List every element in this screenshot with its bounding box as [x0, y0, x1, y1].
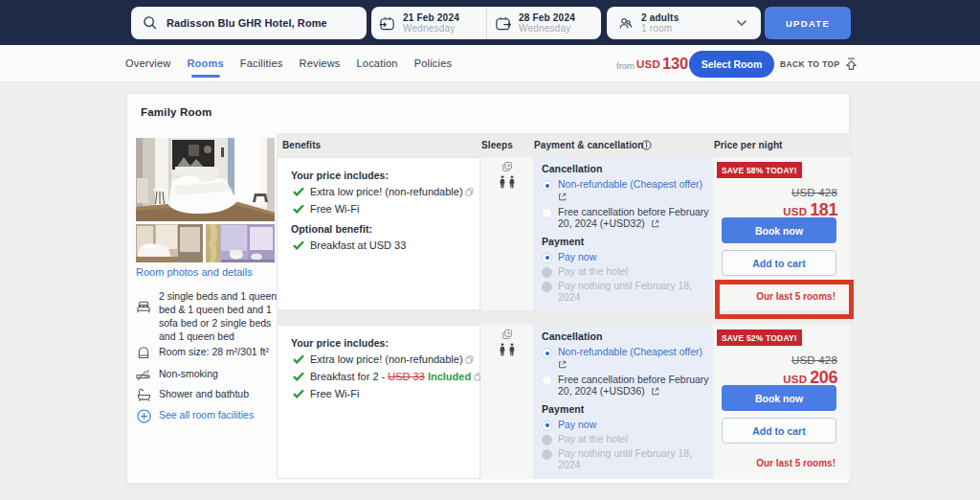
compare-icon[interactable]: [501, 329, 513, 340]
benefits-cell-1: Your price includes: Extra low price! (n…: [277, 157, 480, 310]
external-link-icon: [651, 219, 659, 228]
annotation-highlight-box: [715, 280, 854, 319]
guests-selector[interactable]: 2 adults 1 room: [607, 7, 761, 39]
radio-disabled: [542, 435, 552, 445]
adult-icon: [509, 342, 515, 357]
radio-disabled: [542, 449, 552, 460]
from-label: from: [616, 60, 635, 71]
benefit-item: Extra low price! (non-refundable): [291, 353, 479, 366]
bathtub-icon: [136, 388, 151, 401]
room-card: Family Room Benefits Sleeps Payment & ca…: [126, 93, 850, 484]
pay-option-now[interactable]: Pay now: [542, 252, 711, 263]
select-room-button[interactable]: Select Room: [689, 51, 774, 78]
external-link-icon: [651, 387, 659, 396]
benefit-item: Free Wi-Fi: [291, 203, 479, 216]
radio-disabled: [542, 267, 552, 278]
payment-label: Payment: [542, 403, 711, 415]
radio-selected: [542, 180, 552, 191]
book-now-button-1[interactable]: Book now: [722, 217, 836, 243]
cancel-option-nonrefundable[interactable]: Non-refundable (Cheapest offer): [542, 179, 711, 204]
checkin-weekday: Wednesday: [403, 23, 459, 34]
info-icon: [641, 140, 652, 150]
checkin-calendar-icon: [379, 15, 395, 32]
radio-selected: [542, 253, 552, 263]
guests-rooms: 1 room: [641, 23, 679, 34]
checkout-date: 28 Feb 2024: [519, 12, 575, 24]
fact-size: Room size: 28 m²/301 ft²: [136, 346, 294, 359]
sleeps-cell-1: [480, 157, 534, 310]
checkout-field[interactable]: 28 Feb 2024 Wednesday: [486, 7, 601, 39]
col-sleeps: Sleeps: [481, 140, 513, 150]
back-to-top-label: BACK TO TOP: [780, 59, 840, 69]
search-input[interactable]: Radisson Blu GHR Hotel, Rome: [131, 7, 367, 39]
fact-smoking-text: Non-smoking: [159, 368, 218, 381]
room-photos-link[interactable]: Room photos and details: [136, 266, 253, 278]
radio-disabled: [542, 282, 552, 292]
pay-option-hotel: Pay at the hotel: [542, 266, 711, 278]
radio-unselected: [542, 208, 552, 218]
fact-bath: Shower and bathtub: [136, 388, 294, 401]
no-smoking-icon: [136, 368, 151, 381]
room-photo-thumb-2[interactable]: [206, 224, 275, 262]
rate-table-header: Benefits Sleeps Payment & cancellation P…: [277, 133, 851, 157]
fact-beds-text: 2 single beds and 1 queen bed & 1 queen …: [159, 290, 289, 343]
benefits-cell-2: Your price includes: Extra low price! (n…: [277, 325, 480, 479]
cancel-option-free[interactable]: Free cancellation before February20, 202…: [542, 375, 711, 398]
cancel-option-free[interactable]: Free cancellation before February20, 202…: [542, 207, 711, 230]
optional-label-1: Optional benefit:: [291, 223, 479, 235]
fact-bath-text: Shower and bathtub: [159, 388, 249, 401]
room-size-icon: [136, 346, 151, 359]
price-cell-2: SAVE 52% TODAY! USD 428 USD206 Book now …: [713, 325, 851, 479]
checkin-field[interactable]: 21 Feb 2024 Wednesday: [371, 7, 486, 39]
benefit-item: Breakfast at USD 33: [291, 239, 479, 252]
radio-selected: [542, 420, 552, 431]
plus-circle-icon: [136, 409, 151, 423]
external-link-icon: [558, 360, 567, 369]
payment-label: Payment: [542, 236, 711, 247]
update-button[interactable]: UPDATE: [765, 7, 851, 39]
benefit-item: Breakfast for 2 - USD 33 Included: [291, 371, 479, 383]
search-icon: [143, 15, 158, 31]
room-title: Family Room: [141, 106, 212, 118]
col-benefits: Benefits: [282, 140, 321, 150]
room-photo-thumb-1[interactable]: [136, 224, 203, 262]
from-currency: USD: [636, 58, 660, 70]
see-all-facilities-link[interactable]: See all room facilities: [136, 409, 299, 423]
benefit-item: Free Wi-Fi: [291, 388, 479, 400]
from-amount: 130: [662, 55, 688, 73]
includes-label-2: Your price includes:: [291, 337, 479, 349]
benefit-item: Extra low price! (non-refundable): [291, 186, 479, 198]
hotel-nav-bar: Overview Rooms Facilities Reviews Locati…: [0, 45, 980, 82]
checkout-calendar-icon: [495, 15, 511, 32]
pay-option-hotel: Pay at the hotel: [542, 434, 711, 445]
external-link-icon: [558, 193, 567, 201]
add-to-cart-button-1[interactable]: Add to cart: [722, 250, 836, 276]
pay-option-nothing: Pay nothing until February 18,2024: [542, 281, 711, 304]
compare-icon[interactable]: [501, 161, 513, 172]
add-to-cart-button-2[interactable]: Add to cart: [722, 418, 836, 443]
back-to-top-icon: [845, 57, 858, 71]
date-range-picker: 21 Feb 2024 Wednesday 28 Feb 2024 Wednes…: [371, 7, 601, 39]
cancellation-label: Cancellation: [542, 163, 711, 174]
bed-icon: [136, 300, 151, 314]
col-payment: Payment & cancellation: [534, 140, 643, 150]
pay-option-now[interactable]: Pay now: [542, 420, 711, 431]
old-price-1: USD 428: [791, 187, 837, 198]
back-to-top-button[interactable]: BACK TO TOP: [780, 57, 858, 71]
book-now-button-2[interactable]: Book now: [722, 385, 836, 411]
save-badge-1: SAVE 58% TODAY!: [717, 162, 802, 178]
payment-cell-2: Cancellation Non-refundable (Cheapest of…: [534, 325, 713, 479]
top-bar: Radisson Blu GHR Hotel, Rome 21 Feb 2024…: [0, 0, 980, 45]
last-rooms-2: Our last 5 rooms!: [756, 458, 835, 468]
see-all-facilities-text: See all room facilities: [159, 409, 254, 422]
pages-icon: [465, 188, 474, 196]
cancel-option-nonrefundable[interactable]: Non-refundable (Cheapest offer): [542, 347, 711, 372]
pay-option-nothing: Pay nothing until February 18,2024: [542, 448, 711, 471]
sleeps-cell-2: [480, 325, 534, 479]
chevron-down-icon: [736, 19, 747, 27]
search-value: Radisson Blu GHR Hotel, Rome: [167, 17, 327, 29]
room-photo-main[interactable]: [136, 138, 275, 221]
fact-size-text: Room size: 28 m²/301 ft²: [159, 346, 269, 359]
includes-label-1: Your price includes:: [291, 170, 479, 181]
radio-unselected: [542, 375, 552, 386]
